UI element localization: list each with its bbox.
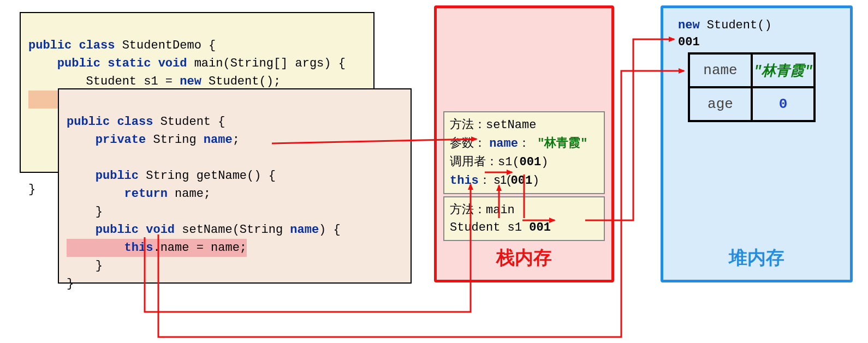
- param-value: "林青霞": [537, 137, 587, 151]
- this-tail: ： s1(: [479, 173, 511, 186]
- code-text: Student {: [153, 115, 225, 129]
- code-text: ;: [233, 133, 240, 147]
- addr: 001: [529, 221, 551, 234]
- code-text: Student s1 =: [28, 75, 180, 88]
- method-name: main: [486, 203, 515, 217]
- caller: s1(: [498, 155, 520, 169]
- var-decl: Student s1: [450, 221, 529, 234]
- code-text: name;: [168, 187, 211, 201]
- code-text: }: [28, 183, 35, 196]
- code-text: }: [67, 277, 74, 291]
- code-box-student: public class Student { private String na…: [58, 88, 412, 284]
- param: name: [489, 137, 518, 151]
- heap-object-table: name "林青霞" age 0: [688, 52, 816, 122]
- code-text: StudentDemo {: [115, 39, 216, 52]
- ctor: Student(): [700, 19, 772, 32]
- label-method: 方法：: [450, 202, 486, 216]
- kw: public: [67, 169, 139, 183]
- kw: public class: [67, 115, 153, 129]
- label-method: 方法：: [450, 117, 486, 131]
- kw: new: [180, 75, 201, 88]
- field-age-cell: age: [689, 87, 752, 121]
- new-kw: new: [678, 19, 700, 32]
- kw: public static void: [28, 57, 187, 70]
- blank: [67, 151, 74, 165]
- code-text: setName(String: [175, 223, 290, 237]
- code-text: main(String[] args) {: [187, 57, 345, 70]
- kw: this: [67, 241, 153, 255]
- addr: 001: [520, 155, 542, 169]
- code-text: }: [67, 205, 103, 219]
- field-name: name: [204, 133, 233, 147]
- kw: return: [67, 187, 168, 201]
- label-param: 参数：: [450, 136, 489, 149]
- heap-address: 001: [678, 34, 772, 51]
- field-name-cell: name: [689, 53, 752, 87]
- code-text: String: [146, 133, 204, 147]
- this-kw: this: [450, 174, 479, 188]
- stack-label: 栈内存: [434, 245, 614, 270]
- code-text: ) {: [319, 223, 341, 237]
- highlight-this: this.name = name;: [67, 239, 247, 257]
- caller-tail: ): [541, 155, 548, 169]
- code-text: Student();: [201, 75, 281, 88]
- colon: ：: [518, 136, 530, 149]
- addr: 001: [511, 174, 533, 188]
- field-value-cell: "林青霞": [752, 53, 815, 87]
- heap-object-header: new Student() 001: [678, 17, 772, 51]
- this-close: ): [532, 174, 539, 188]
- kw: private: [67, 133, 146, 147]
- heap-label: 堆内存: [661, 245, 853, 270]
- field-value-cell: 0: [752, 87, 815, 121]
- label-caller: 调用者：: [450, 154, 498, 168]
- code-text: .name = name;: [153, 241, 247, 255]
- param-name: name: [290, 223, 319, 237]
- stack-frame-setname: 方法：setName 参数： name： "林青霞" 调用者：s1(001) t…: [443, 111, 605, 194]
- kw: public class: [28, 39, 115, 52]
- stack-frame-main: 方法：main Student s1 001: [443, 196, 605, 241]
- method-name: setName: [486, 118, 536, 132]
- code-text: String getName() {: [139, 169, 276, 183]
- kw: public void: [67, 223, 175, 237]
- code-text: }: [67, 259, 103, 273]
